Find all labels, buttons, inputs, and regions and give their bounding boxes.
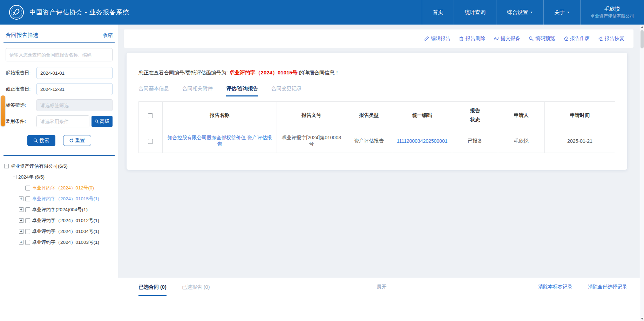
nav-statistics[interactable]: 统计查询: [454, 0, 496, 25]
contract-view-message: 您正在查看合同编号/委托评估函编号为: 卓业评约字（2024）01015号 的详…: [138, 69, 615, 76]
tree-node-contract[interactable]: + 卓业评约字（2024）01003号(1): [4, 237, 116, 248]
reset-button[interactable]: 重置: [63, 135, 91, 146]
tag-filter-input[interactable]: [36, 99, 113, 111]
search-icon: [95, 119, 99, 123]
expand-node-icon[interactable]: +: [19, 218, 23, 223]
eraser-icon: [563, 36, 568, 41]
tab-selected-contracts[interactable]: 已选合同 (0): [138, 284, 167, 296]
tree-checkbox[interactable]: [25, 218, 30, 223]
clear-current-tab-button[interactable]: 清除本标签记录: [538, 284, 572, 290]
keyword-search-input[interactable]: [6, 48, 113, 61]
collapse-sidebar-button[interactable]: 收缩: [103, 32, 113, 39]
chevron-down-icon: ▼: [530, 11, 533, 14]
select-all-checkbox[interactable]: [148, 113, 153, 118]
expand-node-icon[interactable]: +: [19, 207, 23, 212]
tree-node-contract[interactable]: + 卓业评约字（2024）01015号(1): [4, 193, 116, 204]
report-table: 报告名称 报告文号 报告类型 统一编码 报告 状态 申请人 申请时间 知合控股有…: [138, 101, 615, 153]
topbar: 中国资产评估协会 - 业务报备系统 首页 统计查询 综合设置▼ 关于▼ 毛欣悦 …: [0, 0, 644, 25]
search-icon: [33, 138, 38, 143]
report-type-cell: 资产评估报告: [346, 129, 392, 153]
expand-node-icon[interactable]: +: [19, 240, 23, 245]
user-menu[interactable]: 毛欣悦 卓业资产评估有限公司: [580, 0, 644, 25]
tree-checkbox[interactable]: [25, 240, 30, 245]
tree-node-contract[interactable]: + 卓业评约字(2024)004号(1): [4, 204, 116, 215]
magnifier-icon: [529, 36, 534, 41]
nav-home[interactable]: 首页: [422, 0, 454, 25]
void-report-button[interactable]: 报告作废: [563, 35, 590, 42]
tree-node-contract[interactable]: + 卓业评约字（2024）01004号(1): [4, 226, 116, 237]
clear-all-selection-button[interactable]: 清除全部选择记录: [588, 284, 627, 290]
tree-node-label: 卓业评约字（2024）01004号(1): [32, 228, 99, 235]
tree-node-label: 2024年 (6/5): [18, 174, 45, 180]
tree-checkbox[interactable]: [25, 207, 30, 212]
table-row: 知合控股有限公司股东全部权益价值 资产评估报告 卓业评报字[2024]第0100…: [139, 129, 615, 153]
tab-contract-basic-info[interactable]: 合同基本信息: [138, 85, 169, 96]
filter-sidebar: 合同报告筛选 收缩 起始报告日: 截止报告日: 标签筛选: 常用条件: 高级 搜…: [0, 25, 118, 321]
end-date-input[interactable]: [36, 83, 113, 95]
scroll-down-arrow-icon[interactable]: [640, 316, 644, 321]
col-report-docno: 报告文号: [277, 102, 346, 129]
tree-checkbox[interactable]: [25, 196, 30, 201]
nav-settings-dropdown[interactable]: 综合设置▼: [496, 0, 543, 25]
app-logo-icon: [8, 4, 25, 20]
vertical-scrollbar[interactable]: [640, 25, 644, 321]
chevron-down-icon: ▼: [567, 11, 570, 14]
col-unified-code: 统一编码: [392, 102, 452, 129]
contract-tree: − 卓业资产评估有限公司(6/5) − 2024年 (6/5) 卓业评约字（20…: [0, 156, 118, 248]
common-condition-input[interactable]: [36, 115, 89, 127]
top-navigation: 首页 统计查询 综合设置▼ 关于▼ 毛欣悦 卓业资产评估有限公司: [422, 0, 644, 25]
col-report-status: 报告 状态: [452, 102, 498, 129]
expand-node-icon[interactable]: +: [19, 196, 23, 201]
tab-selected-reports[interactable]: 已选报告 (0): [182, 284, 210, 295]
end-date-label: 截止报告日:: [6, 86, 36, 92]
sidebar-drag-handle[interactable]: [1, 95, 5, 126]
contract-tabs: 合同基本信息 合同相关附件 评估/咨询报告 合同变更记录: [138, 85, 615, 96]
edit-report-button[interactable]: 编辑报告: [424, 35, 450, 42]
app-title: 中国资产评估协会 - 业务报备系统: [29, 8, 129, 16]
search-button[interactable]: 搜索: [27, 135, 55, 146]
tree-node-year[interactable]: − 2024年 (6/5): [4, 172, 116, 182]
row-checkbox[interactable]: [148, 139, 153, 144]
expand-panel-button[interactable]: 展开: [377, 284, 387, 290]
restore-report-button[interactable]: 报告恢复: [598, 35, 624, 42]
tree-node-label: 卓业资产评估有限公司(6/5): [11, 163, 68, 169]
report-name-link[interactable]: 知合控股有限公司股东全部权益价值 资产评估报告: [168, 135, 272, 147]
submit-report-button[interactable]: 提交报备: [494, 35, 520, 42]
tree-node-label: 卓业评约字（2024）012号(0): [32, 185, 94, 191]
report-toolbar: 编辑报告 报告删除 提交报备 编码预览 报告作废 报告恢复: [124, 29, 633, 48]
start-date-label: 起始报告日:: [6, 70, 36, 76]
tree-node-company[interactable]: − 卓业资产评估有限公司(6/5): [4, 161, 116, 172]
tab-contract-changes[interactable]: 合同变更记录: [271, 85, 302, 96]
apply-time-cell: 2025-01-21: [544, 129, 615, 153]
eraser-icon: [598, 36, 603, 41]
tree-node-contract[interactable]: + 卓业评约字（2024）01012号(1): [4, 215, 116, 226]
col-applicant: 申请人: [498, 102, 544, 129]
start-date-input[interactable]: [36, 67, 113, 79]
user-company: 卓业资产评估有限公司: [590, 13, 634, 20]
tree-checkbox[interactable]: [25, 186, 30, 190]
tab-contract-attachments[interactable]: 合同相关附件: [182, 85, 213, 96]
col-apply-time: 申请时间: [544, 102, 615, 129]
collapse-node-icon[interactable]: −: [4, 164, 9, 168]
advanced-search-button[interactable]: 高级: [91, 116, 113, 127]
collapse-node-icon[interactable]: −: [12, 175, 16, 179]
tree-checkbox[interactable]: [25, 229, 30, 234]
unified-code-link[interactable]: 1111200034202500001: [397, 138, 448, 144]
expand-node-icon[interactable]: +: [19, 229, 23, 234]
selection-panel: 已选合同 (0) 已选报告 (0) 展开 清除本标签记录 清除全部选择记录: [118, 278, 640, 321]
col-report-type: 报告类型: [346, 102, 392, 129]
delete-report-button[interactable]: 报告删除: [459, 35, 485, 42]
contract-detail-card: 您正在查看合同编号/委托评估函编号为: 卓业评约字（2024）01015号 的详…: [127, 53, 627, 170]
filter-header: 合同报告筛选 收缩: [4, 30, 115, 43]
common-condition-label: 常用条件:: [6, 118, 36, 125]
submit-check-icon: [494, 36, 499, 41]
report-status-cell: 已报备: [452, 129, 498, 153]
col-report-name: 报告名称: [162, 102, 277, 129]
scrollbar-thumb[interactable]: [640, 30, 644, 48]
nav-about-dropdown[interactable]: 关于▼: [543, 0, 580, 25]
tree-node-contract[interactable]: 卓业评约字（2024）012号(0): [4, 182, 116, 193]
code-preview-button[interactable]: 编码预览: [529, 35, 555, 42]
tab-evaluation-reports[interactable]: 评估/咨询报告: [226, 85, 258, 96]
scroll-up-arrow-icon[interactable]: [640, 25, 644, 29]
filter-title: 合同报告筛选: [6, 32, 38, 39]
